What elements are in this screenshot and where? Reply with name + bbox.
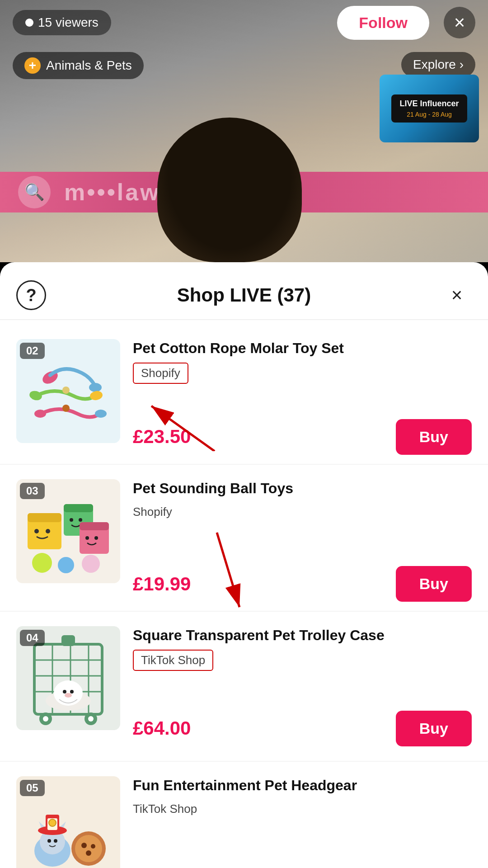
buy-button-03[interactable]: Buy bbox=[396, 566, 472, 602]
svg-point-23 bbox=[58, 557, 74, 573]
product-name-04: Square Transparent Pet Trolley Case bbox=[133, 626, 472, 645]
price-03: £19.99 bbox=[133, 573, 191, 595]
source-badge-05: TikTok Shop bbox=[133, 799, 197, 819]
influencer-card: LIVE Influencer 21 Aug - 28 Aug bbox=[380, 75, 479, 142]
svg-point-20 bbox=[85, 536, 89, 540]
buy-button-02[interactable]: Buy bbox=[396, 419, 472, 455]
shop-panel: ? Shop LIVE (37) × bbox=[0, 262, 488, 868]
svg-point-38 bbox=[70, 690, 74, 693]
product-number-03: 03 bbox=[20, 483, 45, 499]
price-04: £64.00 bbox=[133, 717, 191, 739]
product-info-05: Fun Entertainment Pet Headgear TikTok Sh… bbox=[120, 776, 472, 819]
source-badge-04: TikTok Shop bbox=[133, 650, 213, 671]
svg-point-37 bbox=[63, 690, 66, 693]
shop-header: ? Shop LIVE (37) × bbox=[0, 262, 488, 320]
svg-point-39 bbox=[65, 693, 72, 698]
rope-toy-image bbox=[23, 350, 113, 432]
product-name-03: Pet Sounding Ball Toys bbox=[133, 479, 472, 498]
svg-point-55 bbox=[75, 835, 102, 862]
product-image-04: 04 bbox=[16, 626, 120, 730]
price-row-02: £23.50 Buy bbox=[133, 419, 472, 455]
svg-point-1 bbox=[89, 383, 102, 392]
svg-point-5 bbox=[95, 410, 107, 418]
svg-point-42 bbox=[43, 716, 48, 722]
live-dot bbox=[25, 19, 33, 27]
top-bar: 15 viewers Follow × bbox=[0, 0, 488, 45]
svg-point-53 bbox=[49, 819, 56, 826]
svg-point-49 bbox=[54, 839, 57, 843]
product-image-05: 05 bbox=[16, 776, 120, 868]
svg-point-13 bbox=[46, 529, 50, 533]
svg-point-2 bbox=[28, 390, 43, 402]
product-info-03: Pet Sounding Ball Toys Shopify £19.99 Bu… bbox=[120, 479, 472, 602]
product-name-02: Pet Cotton Rope Molar Toy Set bbox=[133, 339, 472, 358]
help-button[interactable]: ? bbox=[16, 280, 46, 310]
close-shop-button[interactable]: × bbox=[442, 280, 472, 310]
live-video-area: 15 viewers Follow × + Animals & Pets Exp… bbox=[0, 0, 488, 262]
search-icon: 🔍 bbox=[18, 176, 51, 208]
product-name-05: Fun Entertainment Pet Headgear bbox=[133, 776, 472, 795]
source-badge-02: Shopify bbox=[133, 363, 188, 384]
plus-icon: + bbox=[24, 57, 41, 74]
viewers-count: 15 viewers bbox=[13, 10, 111, 35]
svg-rect-19 bbox=[80, 522, 109, 530]
svg-point-7 bbox=[62, 405, 70, 412]
presenter-silhouette bbox=[157, 118, 302, 262]
svg-rect-11 bbox=[28, 513, 61, 522]
product-item: 02 Pet Cotton Rope Molar Toy Set Shopify… bbox=[0, 325, 488, 465]
product-item: 03 Pet Sounding Ball Toys Shopify £19.99… bbox=[0, 465, 488, 612]
explore-button[interactable]: Explore › bbox=[401, 52, 475, 77]
svg-point-56 bbox=[81, 843, 87, 848]
svg-point-21 bbox=[94, 536, 98, 540]
product-list: 02 Pet Cotton Rope Molar Toy Set Shopify… bbox=[0, 320, 488, 868]
product-info-02: Pet Cotton Rope Molar Toy Set Shopify £2… bbox=[120, 339, 472, 455]
product-image-03: 03 bbox=[16, 479, 120, 583]
svg-point-24 bbox=[82, 555, 100, 573]
close-live-button[interactable]: × bbox=[444, 7, 475, 38]
product-item: 04 Square Transparent Pet Trolley Case T… bbox=[0, 612, 488, 762]
svg-point-43 bbox=[88, 716, 94, 722]
product-image-02: 02 bbox=[16, 339, 120, 443]
product-number-05: 05 bbox=[20, 780, 45, 796]
category-tag[interactable]: + Animals & Pets bbox=[13, 52, 144, 79]
product-item: 05 Fun Entertainment Pet Headgear TikTok… bbox=[0, 762, 488, 868]
source-badge-03: Shopify bbox=[133, 502, 172, 522]
price-row-04: £64.00 Buy bbox=[133, 711, 472, 746]
svg-point-58 bbox=[86, 850, 91, 856]
product-number-02: 02 bbox=[20, 343, 45, 359]
svg-rect-15 bbox=[64, 504, 93, 512]
svg-point-22 bbox=[32, 553, 52, 573]
svg-point-16 bbox=[70, 518, 73, 522]
svg-point-48 bbox=[47, 839, 51, 843]
svg-rect-34 bbox=[61, 635, 75, 646]
buy-button-04[interactable]: Buy bbox=[396, 711, 472, 746]
price-row-03: £19.99 Buy bbox=[133, 566, 472, 602]
svg-point-17 bbox=[79, 518, 82, 522]
svg-point-4 bbox=[34, 410, 46, 418]
svg-point-6 bbox=[62, 387, 70, 394]
price-02: £23.50 bbox=[133, 426, 191, 448]
svg-point-12 bbox=[34, 529, 39, 533]
ball-toys-image bbox=[23, 486, 113, 576]
product-info-04: Square Transparent Pet Trolley Case TikT… bbox=[120, 626, 472, 746]
shop-title: Shop LIVE (37) bbox=[46, 284, 442, 306]
svg-point-57 bbox=[91, 844, 95, 849]
follow-button[interactable]: Follow bbox=[337, 6, 429, 40]
product-number-04: 04 bbox=[20, 630, 45, 646]
